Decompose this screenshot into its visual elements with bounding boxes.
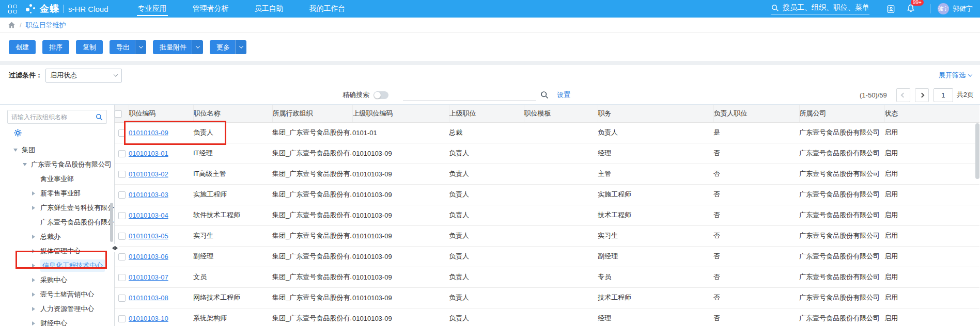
nav-professional-apps[interactable]: 专业应用 [137, 0, 168, 18]
gear-icon[interactable] [14, 129, 22, 138]
tree-collapse-icon[interactable] [23, 163, 29, 166]
column-header-is-leader[interactable]: 负责人职位 [713, 105, 799, 122]
table-row[interactable]: 01010103-07 文员 集团_广东壹号食品股份有... 01010103-… [115, 267, 979, 287]
tree-item[interactable]: 广东鲜生壹号科技有限公 [0, 201, 114, 215]
position-code-link[interactable]: 01010103-09 [129, 129, 168, 137]
position-code-link[interactable]: 01010103-07 [129, 273, 168, 281]
page-title[interactable]: 职位日常维护 [26, 21, 66, 30]
tree-item[interactable]: 壹号土猪营销中心 [0, 287, 114, 302]
tree-expand-icon[interactable] [32, 321, 38, 325]
tree-item[interactable]: 广东壹号食品股份有限公 [0, 215, 114, 230]
more-dropdown-caret[interactable] [235, 40, 246, 54]
tree-item[interactable]: 禽业事业部 [0, 172, 114, 186]
tree-item[interactable]: 集团 [0, 143, 114, 157]
next-page-button[interactable] [915, 88, 929, 102]
prev-page-button[interactable] [896, 88, 910, 102]
sidebar-scrollbar[interactable] [110, 203, 113, 242]
table-row[interactable]: 01010103-03 实施工程师 集团_广东壹号食品股份有... 010101… [115, 184, 979, 205]
tree-item[interactable]: 总裁办 [0, 230, 114, 244]
column-header-parent[interactable]: 上级职位 [449, 105, 524, 122]
position-code-link[interactable]: 01010103-05 [129, 232, 168, 240]
tree-expand-icon[interactable] [32, 278, 38, 282]
tree-expand-icon[interactable] [32, 292, 38, 297]
table-row[interactable]: 01010103-10 系统架构师 集团_广东壹号食品股份有... 010101… [115, 308, 979, 326]
tree-item[interactable]: 人力资源管理中心 [0, 302, 114, 316]
export-dropdown-caret[interactable] [135, 40, 146, 54]
username[interactable]: 郭健宁 [953, 4, 973, 13]
table-row[interactable]: 01010103-08 网络技术工程师 集团_广东壹号食品股份有... 0101… [115, 287, 979, 308]
tree-item[interactable]: 财经中心 [0, 316, 114, 326]
column-header-company[interactable]: 所属公司 [799, 105, 884, 122]
notifications-bell[interactable]: 99+ [906, 4, 915, 14]
tree-expand-icon[interactable] [32, 249, 38, 253]
column-header-org[interactable]: 所属行政组织 [272, 105, 352, 122]
search-icon[interactable] [96, 113, 103, 121]
row-checkbox[interactable] [118, 150, 126, 157]
nav-my-workbench[interactable]: 我的工作台 [308, 0, 347, 18]
table-scrollbar[interactable] [975, 123, 979, 179]
row-checkbox[interactable] [118, 212, 126, 219]
position-code-link[interactable]: 01010103-02 [129, 170, 168, 178]
column-header-name[interactable]: 职位名称 [193, 105, 272, 122]
tree-expand-icon[interactable] [32, 307, 38, 311]
tree-expand-icon[interactable] [32, 191, 38, 195]
filter-status-select[interactable]: 启用状态 [45, 69, 122, 83]
tree-item[interactable]: 采购中心 [0, 273, 114, 287]
export-button[interactable]: 导出 [110, 40, 146, 54]
select-all-checkbox[interactable] [115, 110, 122, 118]
table-row[interactable]: 01010103-05 实习生 集团_广东壹号食品股份有... 01010103… [115, 225, 979, 246]
position-code-link[interactable]: 01010103-08 [129, 294, 168, 302]
tree-item[interactable]: 广东壹号食品股份有限公司 [0, 157, 114, 172]
row-checkbox[interactable] [118, 233, 126, 240]
table-row[interactable]: 01010103-09 负责人 集团_广东壹号食品股份有... 0101-01 … [115, 122, 979, 143]
row-checkbox[interactable] [118, 191, 126, 199]
contact-card-icon[interactable] [886, 5, 895, 13]
precise-search-input[interactable] [403, 89, 536, 101]
column-header-status[interactable]: 状态 [884, 105, 979, 122]
page-number-input[interactable] [934, 88, 953, 102]
table-row[interactable]: 01010103-04 软件技术工程师 集团_广东壹号食品股份有... 0101… [115, 205, 979, 225]
column-header-parent-code[interactable]: 上级职位编码 [352, 105, 449, 122]
position-code-link[interactable]: 01010103-01 [129, 150, 168, 157]
row-checkbox[interactable] [118, 253, 126, 260]
tree-expand-icon[interactable] [32, 264, 38, 268]
org-search-input[interactable] [11, 113, 96, 121]
batch-attachment-dropdown-caret[interactable] [192, 40, 203, 54]
panel-splitter[interactable] [111, 244, 119, 252]
position-code-link[interactable]: 01010103-03 [129, 191, 168, 199]
tree-expand-icon[interactable] [32, 206, 38, 210]
create-button[interactable]: 创建 [9, 40, 36, 54]
column-header-code[interactable]: 职位编码 [129, 105, 193, 122]
row-checkbox[interactable] [118, 171, 126, 178]
row-checkbox[interactable] [118, 315, 126, 322]
search-icon[interactable] [540, 91, 549, 99]
tree-item-selected[interactable]: 信息化工程技术中心 [0, 258, 114, 273]
precise-search-toggle[interactable] [374, 91, 388, 99]
batch-attachment-button[interactable]: 批量附件 [153, 40, 203, 54]
expand-filter-link[interactable]: 展开筛选 [939, 71, 972, 80]
column-header-template[interactable]: 职位模板 [524, 105, 598, 122]
table-row[interactable]: 01010103-06 副经理 集团_广东壹号食品股份有... 01010103… [115, 246, 979, 267]
tree-expand-icon[interactable] [32, 235, 38, 239]
row-checkbox[interactable] [118, 129, 126, 137]
avatar[interactable]: 健宁 [938, 3, 949, 14]
position-code-link[interactable]: 01010103-04 [129, 211, 168, 219]
position-code-link[interactable]: 01010103-06 [129, 253, 168, 260]
global-search[interactable]: 搜员工、组织、职位、菜单 [771, 3, 869, 14]
tree-collapse-icon[interactable] [13, 149, 20, 152]
row-checkbox[interactable] [118, 274, 126, 281]
settings-link[interactable]: 设置 [557, 90, 570, 100]
copy-button[interactable]: 复制 [76, 40, 103, 54]
nav-manager-analysis[interactable]: 管理者分析 [192, 0, 230, 18]
row-checkbox[interactable] [118, 295, 126, 302]
column-header-duty[interactable]: 职务 [598, 105, 713, 122]
apps-grid-icon[interactable] [8, 5, 17, 13]
position-code-link[interactable]: 01010103-10 [129, 315, 168, 322]
sort-button[interactable]: 排序 [42, 40, 69, 54]
more-button[interactable]: 更多 [210, 40, 246, 54]
table-row[interactable]: 01010103-01 IT经理 集团_广东壹号食品股份有... 0101010… [115, 143, 979, 164]
home-icon[interactable] [8, 21, 15, 29]
table-row[interactable]: 01010103-02 IT高级主管 集团_广东壹号食品股份有... 01010… [115, 164, 979, 184]
tree-item[interactable]: 媒体管理中心 [0, 244, 114, 258]
tree-item[interactable]: 新零售事业部 [0, 186, 114, 201]
